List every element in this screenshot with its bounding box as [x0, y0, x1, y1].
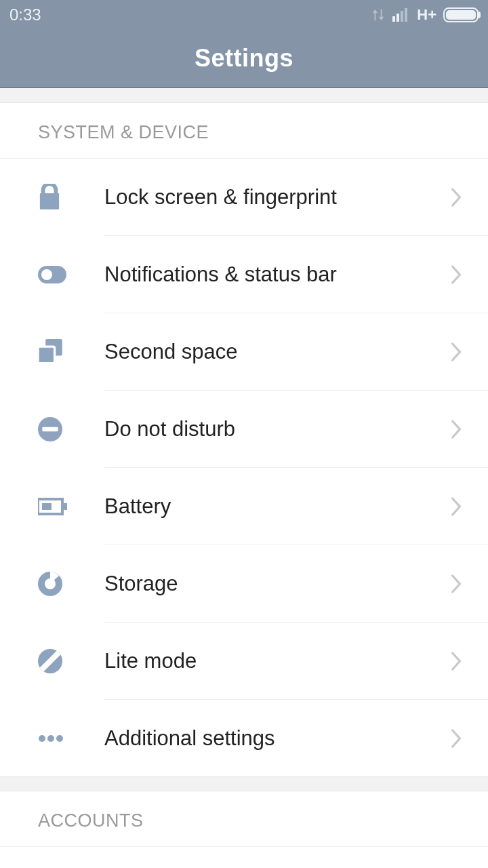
row-dnd[interactable]: Do not disturb	[0, 391, 488, 467]
battery-item-icon	[38, 498, 104, 515]
list-system: Lock screen & fingerprint Notifications …	[0, 159, 488, 776]
battery-icon	[443, 7, 479, 22]
storage-icon	[38, 572, 104, 596]
svg-rect-0	[392, 16, 395, 22]
network-label: H+	[417, 6, 436, 24]
row-label: Notifications & status bar	[104, 262, 445, 287]
lock-icon	[38, 184, 104, 211]
chevron-right-icon	[445, 729, 468, 748]
svg-rect-1	[396, 14, 399, 22]
row-lite-mode[interactable]: Lite mode	[0, 623, 488, 699]
chevron-right-icon	[445, 652, 468, 671]
svg-rect-2	[401, 11, 403, 22]
dnd-icon	[38, 417, 104, 441]
svg-point-6	[41, 269, 52, 280]
signal-icon	[392, 8, 410, 22]
section-gap	[0, 776, 488, 791]
section-header-accounts: ACCOUNTS	[0, 791, 488, 847]
svg-rect-3	[405, 8, 407, 22]
svg-rect-8	[38, 347, 55, 363]
chevron-right-icon	[445, 188, 468, 207]
battery-fill	[446, 10, 476, 20]
content[interactable]: SYSTEM & DEVICE Lock screen & fingerprin…	[0, 88, 488, 868]
svg-point-20	[47, 735, 54, 742]
chevron-right-icon	[445, 497, 468, 516]
row-label: Lock screen & fingerprint	[104, 185, 445, 210]
row-label: Additional settings	[104, 726, 445, 751]
row-second-space[interactable]: Second space	[0, 313, 488, 390]
svg-point-21	[56, 735, 63, 742]
svg-point-19	[39, 735, 45, 742]
data-arrows-icon	[371, 7, 386, 22]
more-icon	[38, 734, 104, 743]
status-right: H+	[371, 6, 479, 24]
list-accounts: Mi Account	[0, 847, 488, 868]
svg-rect-10	[42, 427, 58, 431]
row-label: Second space	[104, 340, 445, 364]
row-notifications[interactable]: Notifications & status bar	[0, 236, 488, 313]
row-label: Do not disturb	[104, 417, 445, 441]
app-header: 0:33 H+	[0, 0, 488, 88]
row-label: Lite mode	[104, 649, 445, 673]
chevron-right-icon	[445, 420, 468, 439]
svg-rect-4	[40, 193, 59, 210]
row-mi-account[interactable]: Mi Account	[0, 847, 488, 868]
chevron-right-icon	[445, 574, 468, 593]
lite-mode-icon	[38, 649, 104, 673]
chevron-right-icon	[445, 265, 468, 284]
status-bar: 0:33 H+	[0, 0, 488, 30]
second-space-icon	[38, 339, 104, 365]
page-title: Settings	[195, 44, 293, 73]
row-lock-screen[interactable]: Lock screen & fingerprint	[0, 159, 488, 235]
status-clock: 0:33	[9, 5, 41, 24]
row-additional-settings[interactable]: Additional settings	[0, 700, 488, 776]
title-row: Settings	[0, 30, 488, 87]
section-header-system: SYSTEM & DEVICE	[0, 103, 488, 159]
section-gap	[0, 88, 488, 103]
chevron-right-icon	[445, 342, 468, 361]
svg-rect-12	[42, 503, 52, 510]
row-label: Battery	[104, 494, 445, 519]
row-battery[interactable]: Battery	[0, 468, 488, 545]
row-storage[interactable]: Storage	[0, 545, 488, 622]
screen: 0:33 H+	[0, 0, 488, 868]
row-label: Storage	[104, 572, 445, 596]
toggle-icon	[38, 266, 104, 283]
svg-rect-13	[64, 503, 67, 510]
